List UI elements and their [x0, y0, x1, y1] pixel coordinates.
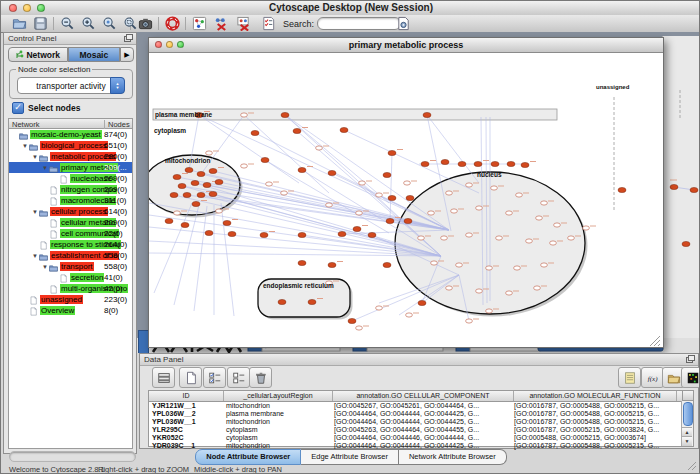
node[interactable] — [541, 263, 548, 267]
node[interactable] — [338, 231, 346, 236]
destroy-view-icon[interactable] — [235, 15, 252, 31]
node[interactable] — [368, 232, 376, 237]
node[interactable] — [206, 151, 213, 155]
destroy-network-icon[interactable] — [212, 15, 229, 31]
node[interactable] — [536, 216, 543, 220]
node[interactable] — [293, 128, 301, 133]
node[interactable] — [583, 226, 590, 230]
node[interactable] — [506, 291, 513, 295]
scroll-down-icon[interactable]: ▼ — [682, 436, 692, 446]
node[interactable] — [383, 262, 391, 267]
expand-arrow-icon[interactable]: ▼ — [31, 154, 39, 160]
table-row[interactable]: YJR121W__1mitochondrion[GO:0045267, GO:0… — [149, 402, 693, 410]
node[interactable] — [197, 192, 205, 197]
node[interactable] — [173, 174, 181, 179]
tab-node-attribute-browser[interactable]: Node Attribute Browser — [195, 449, 301, 465]
zoom-out-icon[interactable] — [59, 15, 76, 31]
node[interactable] — [526, 239, 533, 243]
unselect-attributes-icon[interactable] — [227, 367, 250, 388]
node[interactable] — [181, 222, 189, 227]
delete-attribute-icon[interactable] — [249, 367, 272, 388]
node[interactable] — [466, 319, 473, 323]
node[interactable] — [266, 182, 273, 186]
session-doc-icon[interactable] — [395, 15, 412, 31]
node[interactable] — [456, 263, 463, 267]
node[interactable] — [516, 193, 523, 197]
node[interactable] — [203, 182, 211, 187]
node[interactable] — [281, 112, 289, 117]
tab-mosaic[interactable]: Mosaic — [68, 47, 121, 62]
node[interactable] — [541, 201, 548, 205]
node[interactable] — [281, 191, 288, 195]
node[interactable] — [298, 260, 306, 265]
select-nodes-checkbox[interactable]: ✓ — [12, 102, 24, 114]
node[interactable] — [241, 113, 248, 117]
zoom-selected-icon[interactable] — [101, 15, 118, 31]
node[interactable] — [298, 232, 306, 237]
node[interactable] — [328, 262, 336, 267]
node[interactable] — [507, 161, 515, 166]
tree-row-transport[interactable]: ▼transport558(0) — [9, 261, 132, 272]
node[interactable] — [550, 241, 557, 245]
expand-arrow-icon[interactable]: ▼ — [31, 209, 39, 215]
node[interactable] — [521, 162, 529, 167]
tab-edge-attribute-browser[interactable]: Edge Attribute Browser — [301, 449, 399, 465]
tree-row-cellular-process[interactable]: ▼cellular process614(0) — [9, 206, 132, 217]
node[interactable] — [260, 232, 268, 237]
table-row[interactable]: YLR295Ccytoplasm[GO:0045263, GO:0044464,… — [149, 426, 693, 434]
node[interactable] — [165, 218, 173, 223]
node[interactable] — [183, 192, 191, 197]
node[interactable] — [356, 326, 363, 330]
node[interactable] — [486, 309, 493, 313]
network-view-titlebar[interactable]: primary metabolic process — [149, 38, 663, 53]
column-header[interactable]: annotation.GO CELLULAR_COMPONENT — [333, 391, 514, 401]
annotation-checklist-icon[interactable] — [260, 15, 277, 31]
tab-overflow-arrow-icon[interactable]: ▶ — [120, 47, 134, 62]
node[interactable] — [178, 183, 186, 188]
tree-col-nodes[interactable]: Nodes — [104, 120, 130, 129]
node[interactable] — [388, 195, 396, 200]
node[interactable] — [241, 164, 248, 168]
column-header[interactable]: annotation.GO MOLECULAR_FUNCTION — [514, 391, 677, 401]
column-header[interactable]: ID — [149, 391, 224, 401]
tab-network-attribute-browser[interactable]: Network Attribute Browser — [399, 449, 507, 465]
node[interactable] — [223, 220, 231, 225]
open-folder-icon[interactable] — [11, 15, 28, 31]
tree-row-nitrogen-compo[interactable]: nitrogen compo209(0) — [9, 184, 132, 195]
save-icon[interactable] — [32, 15, 49, 31]
node[interactable] — [209, 191, 217, 196]
tree-row-primary-metabo[interactable]: ▼primary metabo209(... — [9, 162, 132, 173]
scrollbar-thumb[interactable] — [683, 402, 693, 426]
tree-col-network[interactable]: Network — [12, 120, 40, 129]
node[interactable] — [466, 233, 473, 237]
tab-network[interactable]: Network — [8, 47, 68, 62]
network-view-icon[interactable] — [191, 15, 208, 31]
node[interactable] — [326, 203, 333, 207]
node[interactable] — [174, 211, 181, 215]
matrix-icon[interactable] — [681, 367, 700, 388]
column-header[interactable]: _cellularLayoutRegion — [224, 391, 333, 401]
node[interactable] — [185, 167, 193, 172]
network-canvas[interactable]: plasma membranecytoplasmmitochondrionnuc… — [149, 53, 663, 346]
node[interactable] — [404, 218, 412, 223]
expand-arrow-icon[interactable]: ▼ — [21, 143, 29, 149]
node[interactable] — [446, 191, 453, 195]
node[interactable] — [404, 181, 411, 185]
node[interactable] — [191, 180, 199, 185]
tree-row-mosaic-demo-yeast[interactable]: mosaic-demo-yeast874(0) — [9, 129, 132, 140]
tree-row-secretion[interactable]: secretion41(0) — [9, 272, 132, 283]
node[interactable] — [421, 161, 429, 166]
new-attribute-icon[interactable] — [179, 367, 202, 388]
table-row[interactable]: YKR052Ccytoplasm[GO:0044464, GO:0044446,… — [149, 434, 693, 442]
node[interactable] — [418, 236, 425, 240]
node[interactable] — [476, 206, 483, 210]
node[interactable] — [514, 266, 521, 270]
node[interactable] — [298, 167, 306, 172]
node[interactable] — [215, 179, 223, 184]
snapshot-camera-icon[interactable] — [137, 15, 154, 31]
table-row[interactable]: YPL036W__1mitochondrion[GO:0044464, GO:0… — [149, 418, 693, 426]
tree-row-establishment-of-lo[interactable]: ▼establishment of lo558(0) — [9, 250, 132, 261]
float-panel-icon[interactable] — [124, 34, 133, 42]
node[interactable] — [491, 186, 498, 190]
expand-arrow-icon[interactable]: ▼ — [41, 165, 49, 171]
